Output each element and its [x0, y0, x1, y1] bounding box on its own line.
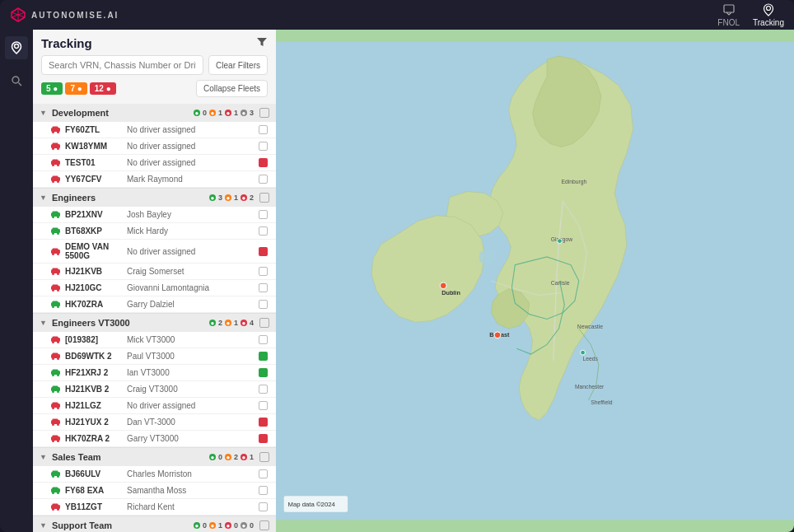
- table-row[interactable]: HJ21LGZ No driver assigned: [33, 398, 276, 414]
- fleet-group-checkbox[interactable]: [259, 452, 269, 462]
- fleet-group-checkbox[interactable]: [259, 108, 269, 118]
- top-bar-right: FNOL Tracking: [717, 3, 784, 27]
- svg-point-68: [57, 407, 59, 409]
- svg-point-19: [52, 164, 54, 166]
- row-checkbox[interactable]: [259, 385, 268, 394]
- svg-point-64: [57, 390, 59, 393]
- stat-dot: ●: [241, 194, 247, 201]
- vehicle-status: [256, 418, 269, 427]
- table-row[interactable]: HJ21KVB Craig Somerset: [33, 264, 276, 280]
- table-row[interactable]: BJ66ULV Charles Morriston: [33, 466, 276, 483]
- svg-point-28: [57, 216, 59, 218]
- table-row[interactable]: YY67CFV Mark Raymond: [33, 171, 276, 188]
- svg-point-35: [52, 253, 54, 255]
- fleet-group-header[interactable]: ▼Engineers VT3000●2●1●4: [33, 314, 276, 332]
- table-row[interactable]: DEMO VAN 5500G No driver assigned: [33, 240, 276, 264]
- table-row[interactable]: FY60ZTL No driver assigned: [33, 122, 276, 138]
- vehicle-status: [256, 210, 269, 219]
- table-row[interactable]: HJ21KVB 2 Craig VT3000: [33, 381, 276, 398]
- stat-num: 3: [250, 109, 254, 117]
- badge-orange[interactable]: 7 ●: [65, 82, 86, 95]
- fleet-group-header[interactable]: ▼Support Team●0●1●0●0: [33, 516, 276, 532]
- stat-dot: ●: [241, 320, 247, 326]
- table-row[interactable]: HK70ZRA Garry Dalziel: [33, 296, 276, 313]
- stat-num: 1: [234, 194, 238, 202]
- svg-point-27: [52, 216, 54, 218]
- row-checkbox[interactable]: [259, 469, 268, 478]
- svg-point-7: [12, 77, 19, 83]
- row-checkbox[interactable]: [259, 210, 268, 219]
- svg-rect-82: [52, 488, 58, 490]
- fleet-group-checkbox[interactable]: [259, 318, 269, 328]
- vehicle-driver: No driver assigned: [127, 247, 256, 256]
- table-row[interactable]: BD69WTK 2 Paul VT3000: [33, 348, 276, 365]
- vehicle-driver: No driver assigned: [127, 125, 256, 134]
- row-checkbox[interactable]: [259, 267, 268, 276]
- svg-point-104: [440, 282, 446, 289]
- table-row[interactable]: FY68 EXA Samantha Moss: [33, 483, 276, 499]
- vehicle-status: [256, 486, 269, 495]
- row-checkbox[interactable]: [259, 335, 268, 344]
- vehicle-reg: TEST01: [65, 158, 127, 167]
- sidebar-search-icon[interactable]: [5, 69, 28, 92]
- vehicle-status: [256, 401, 269, 410]
- tracking-header: Tracking Clear Filters 5 ● 7 ● 12: [33, 30, 276, 104]
- sidebar-tracking-icon[interactable]: [5, 36, 28, 59]
- table-row[interactable]: [019382] Mick VT3000: [33, 332, 276, 348]
- clear-filters-button[interactable]: Clear Filters: [208, 55, 268, 75]
- row-checkbox[interactable]: [259, 502, 268, 511]
- vehicle-reg: HJ210GC: [65, 283, 127, 292]
- row-checkbox[interactable]: [259, 226, 268, 236]
- table-row[interactable]: BT68XKP Mick Hardy: [33, 223, 276, 240]
- filter-icon[interactable]: [256, 36, 268, 50]
- collapse-fleets-button[interactable]: Collapse Fleets: [196, 80, 268, 97]
- row-status-green: [259, 368, 268, 377]
- svg-point-47: [52, 306, 54, 308]
- row-checkbox[interactable]: [259, 300, 268, 309]
- row-checkbox[interactable]: [259, 401, 268, 410]
- table-row[interactable]: HJ210GC Giovanni Lamontagnia: [33, 280, 276, 296]
- row-checkbox[interactable]: [259, 283, 268, 292]
- fleet-group-header[interactable]: ▼Engineers●3●1●2: [33, 189, 276, 207]
- fleet-group-checkbox[interactable]: [259, 520, 269, 530]
- row-checkbox[interactable]: [259, 142, 268, 151]
- vehicle-status: [256, 434, 269, 443]
- svg-rect-42: [52, 285, 58, 287]
- vehicle-status: [256, 267, 269, 276]
- badge-red[interactable]: 12 ●: [90, 82, 116, 95]
- row-checkbox[interactable]: [259, 486, 268, 495]
- fleet-group-header[interactable]: ▼Development●0●1●1●3: [33, 104, 276, 122]
- fleet-group-header[interactable]: ▼Sales Team●0●2●1: [33, 448, 276, 466]
- vehicle-driver: Mick VT3000: [127, 335, 256, 344]
- row-checkbox[interactable]: [259, 175, 268, 184]
- tracking-button[interactable]: Tracking: [753, 3, 784, 27]
- stat-num: 0: [234, 521, 238, 530]
- table-row[interactable]: HF21XRJ 2 Ian VT3000: [33, 365, 276, 381]
- svg-rect-58: [52, 370, 58, 372]
- table-row[interactable]: BP21XNV Josh Bayley: [33, 207, 276, 223]
- fnol-button[interactable]: FNOL: [717, 3, 740, 27]
- table-row[interactable]: HK70ZRA 2 Garry VT3000: [33, 431, 276, 447]
- badge-green[interactable]: 5 ●: [41, 82, 63, 95]
- table-row[interactable]: HJ21YUX 2 Dan VT-3000: [33, 414, 276, 431]
- collapse-arrow: ▼: [40, 109, 47, 117]
- table-row[interactable]: KW18YMM No driver assigned: [33, 138, 276, 155]
- vehicle-icon: [49, 157, 61, 168]
- svg-point-59: [52, 374, 54, 376]
- vehicle-icon: [49, 351, 61, 362]
- app-logo: AUTONOMISE.AI: [10, 7, 119, 23]
- vehicle-icon: [49, 282, 61, 293]
- vehicle-reg: KW18YMM: [65, 142, 127, 151]
- table-row[interactable]: YB11ZGT Richard Kent: [33, 499, 276, 516]
- fleet-group-checkbox[interactable]: [259, 193, 269, 203]
- svg-text:Sheffield: Sheffield: [591, 399, 612, 405]
- vehicle-icon: [49, 174, 61, 184]
- logo-icon: [10, 7, 26, 23]
- search-input[interactable]: [41, 55, 203, 75]
- svg-point-6: [15, 44, 19, 49]
- row-checkbox[interactable]: [259, 125, 268, 134]
- vehicle-reg: HK70ZRA 2: [65, 434, 127, 443]
- fleet-group-stats: ●0●1●0●0: [194, 520, 269, 530]
- table-row[interactable]: TEST01 No driver assigned: [33, 155, 276, 171]
- svg-point-48: [57, 306, 59, 308]
